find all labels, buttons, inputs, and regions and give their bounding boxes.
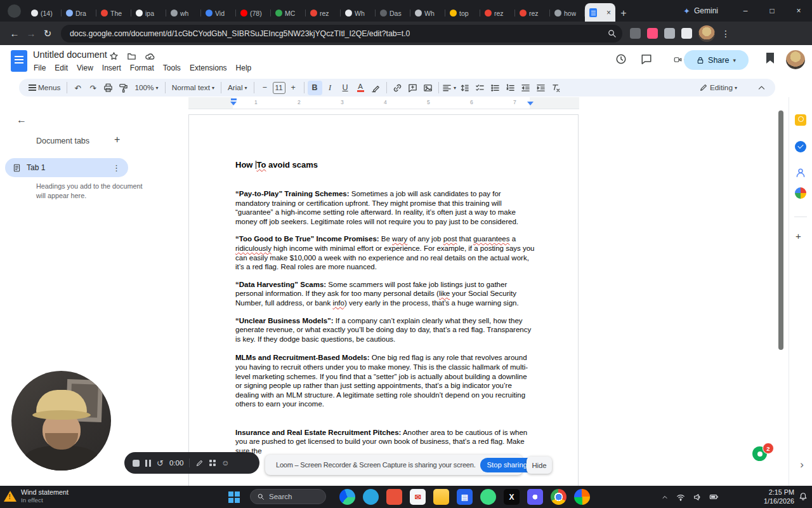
extension-icon-1[interactable] (630, 28, 641, 39)
close-button[interactable]: × (785, 0, 812, 22)
browser-tab[interactable]: ipa (131, 4, 166, 22)
taskbar-app-edge-browser[interactable] (339, 489, 355, 505)
get-addons-icon[interactable]: + (796, 231, 801, 241)
taskbar-app-loom-app[interactable] (527, 489, 543, 505)
underline-button[interactable]: U (338, 81, 353, 95)
text-color-button[interactable]: A (353, 81, 368, 95)
decrease-font-size-button[interactable]: − (258, 81, 272, 95)
notifications-bell-icon[interactable] (799, 492, 808, 501)
tab-options-icon[interactable]: ⋮ (112, 163, 121, 173)
account-avatar[interactable] (786, 50, 805, 69)
browser-tab[interactable]: wh (166, 4, 201, 22)
extension-icon-2[interactable] (647, 28, 658, 39)
minimize-button[interactable]: – (732, 0, 759, 22)
hide-menus-chevron-icon[interactable] (754, 81, 769, 95)
draw-tool-icon[interactable] (195, 459, 204, 467)
back-arrow-icon[interactable]: ← (16, 114, 27, 126)
taskbar-app-x-app[interactable]: X (504, 489, 520, 505)
browser-tab[interactable]: top (445, 4, 480, 22)
clear-formatting-button[interactable] (549, 81, 563, 95)
version-history-icon[interactable] (615, 53, 628, 66)
line-spacing-button[interactable] (457, 81, 472, 95)
doc-paragraph[interactable]: “Too Good to Be True” Income Promises: B… (235, 234, 535, 271)
browser-tab[interactable]: Vid (201, 4, 236, 22)
docs-logo-icon[interactable] (11, 50, 27, 72)
doc-paragraph[interactable]: MLMs and Recruitment-Based Models: One b… (235, 353, 535, 409)
address-bar[interactable]: docs.google.com/document/d/1cGbCYodGbN_S… (61, 25, 622, 43)
taskbar-app-mail-app[interactable]: ✉ (410, 489, 426, 505)
doc-paragraph[interactable]: Insurance and Real Estate Recruitment Pi… (235, 428, 535, 456)
start-button[interactable] (228, 491, 240, 503)
active-browser-tab[interactable]: × (585, 3, 615, 22)
taskbar-search[interactable]: Search (250, 489, 326, 504)
left-margin-marker[interactable] (230, 102, 237, 109)
forward-button[interactable]: → (23, 25, 39, 42)
print-button[interactable] (101, 81, 115, 95)
font-size-field[interactable]: 11 (273, 82, 285, 94)
italic-button[interactable]: I (323, 81, 337, 95)
browser-profile-avatar[interactable] (698, 25, 715, 42)
document-name[interactable]: Untitled document (33, 50, 107, 60)
highlight-color-button[interactable] (369, 81, 383, 95)
redo-button[interactable]: ↷ (86, 81, 100, 95)
restart-record-icon[interactable]: ↺ (157, 459, 164, 467)
bulleted-list-button[interactable] (488, 81, 502, 95)
weather-widget[interactable]: ! Wind statement In effect (4, 488, 69, 504)
undo-button[interactable]: ↶ (70, 81, 85, 95)
move-folder-icon[interactable] (127, 51, 137, 62)
decrease-indent-button[interactable] (518, 81, 533, 95)
volume-icon[interactable] (693, 493, 702, 502)
menu-format[interactable]: Format (126, 62, 159, 74)
back-button[interactable]: ← (6, 25, 23, 42)
menus-button[interactable]: Menus (25, 81, 63, 95)
paragraph-style-select[interactable]: Normal text▾ (169, 81, 218, 95)
add-comment-button[interactable] (405, 81, 420, 95)
browser-tab[interactable]: rez (480, 4, 515, 22)
taskbar-app-file-explorer[interactable] (433, 489, 449, 505)
menu-view[interactable]: View (72, 62, 98, 74)
font-select[interactable]: Arial▾ (225, 81, 251, 95)
right-margin-marker[interactable] (527, 102, 534, 109)
menu-extensions[interactable]: Extensions (185, 62, 232, 74)
hide-banner-button[interactable]: Hide (527, 457, 552, 474)
increase-indent-button[interactable] (534, 81, 548, 95)
document-heading[interactable]: How To avoid scams (235, 160, 318, 170)
effects-grid-icon[interactable] (209, 460, 216, 466)
share-dropdown-icon[interactable]: ▾ (733, 57, 736, 64)
menu-tools[interactable]: Tools (159, 62, 185, 74)
taskbar-app-messaging-app[interactable] (363, 489, 379, 505)
taskbar-app-orange-app[interactable] (386, 489, 402, 505)
maps-addon-icon[interactable] (795, 187, 806, 199)
menu-insert[interactable]: Insert (98, 62, 126, 74)
bookmark-ribbon-icon[interactable] (766, 53, 774, 64)
new-tab-button[interactable]: + (615, 4, 632, 22)
extension-icon-4[interactable] (681, 28, 692, 39)
taskbar-app-green-app[interactable] (480, 489, 496, 505)
paint-format-button[interactable] (116, 81, 131, 95)
wifi-icon[interactable] (676, 493, 685, 502)
browser-tab[interactable]: rez (306, 4, 341, 22)
insert-image-button[interactable] (421, 81, 435, 95)
collapse-panel-chevron-icon[interactable]: › (800, 458, 804, 471)
menu-edit[interactable]: Edit (50, 62, 72, 74)
first-line-indent-marker[interactable] (231, 98, 237, 100)
document-page[interactable]: How To avoid scams “Pay-to-Play” Trainin… (188, 114, 579, 486)
extension-icon-3[interactable] (664, 28, 675, 39)
comments-icon[interactable] (641, 53, 653, 66)
contacts-icon[interactable] (795, 167, 806, 178)
vertical-scrollbar[interactable] (778, 110, 783, 350)
browser-tab[interactable]: rez (515, 4, 550, 22)
ruler[interactable]: 1234567 (188, 97, 579, 109)
reload-button[interactable]: ↻ (39, 25, 56, 42)
zoom-select[interactable]: 100%▾ (131, 81, 161, 95)
taskbar-app-store-app[interactable]: ▤ (457, 489, 473, 505)
menu-file[interactable]: File (29, 62, 50, 74)
browser-menu-icon[interactable]: ⋮ (721, 29, 730, 39)
document-body[interactable]: “Pay-to-Play” Training Schemes: Sometime… (235, 189, 535, 464)
browser-tab[interactable]: Wh (341, 4, 376, 22)
browser-tab[interactable]: Wh (410, 4, 445, 22)
bold-button[interactable]: B (308, 81, 322, 95)
maximize-button[interactable]: □ (759, 0, 785, 22)
browser-tab[interactable]: MC (271, 4, 306, 22)
browser-tab[interactable]: Dra (62, 4, 96, 22)
